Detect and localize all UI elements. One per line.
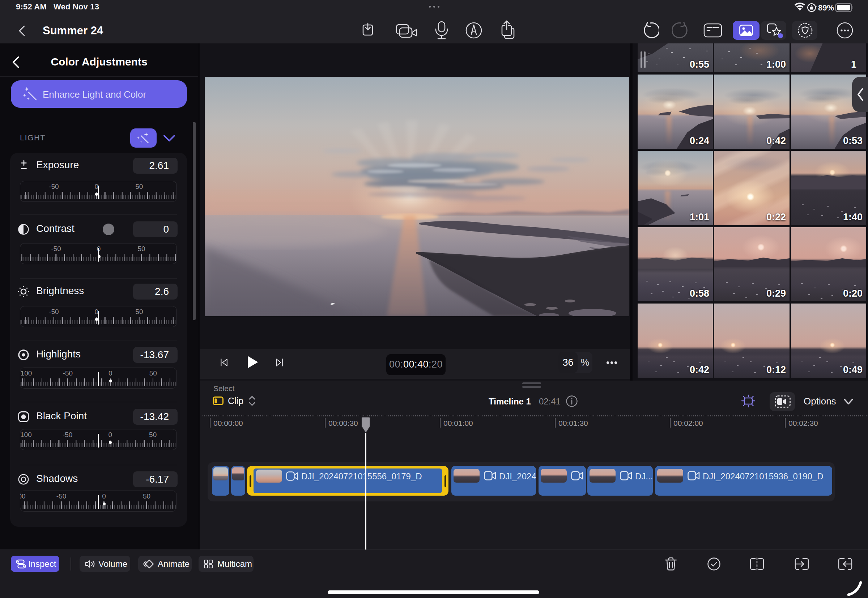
svg-text:89%: 89% (818, 3, 834, 12)
